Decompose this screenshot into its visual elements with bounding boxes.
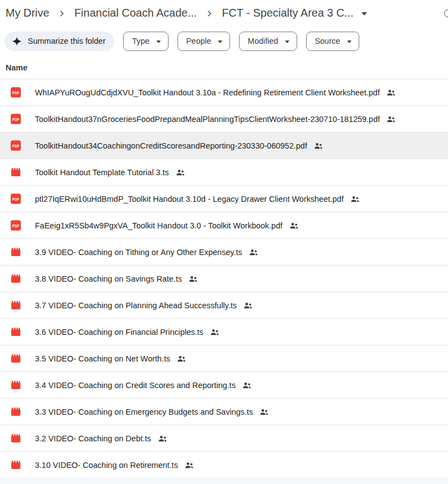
file-name: FaEeig1xR5Sb4w9PgxVA_Toolkit Handout 3.0… — [35, 221, 283, 230]
chevron-right-icon — [57, 8, 67, 19]
file-name: 3.8 VIDEO- Coaching on Savings Rate.ts — [35, 274, 182, 283]
file-row[interactable]: PDF FaEeig1xR5Sb4w9PgxVA_Toolkit Handout… — [0, 212, 448, 239]
shared-people-icon — [350, 194, 360, 203]
cut-off-edge-icon — [444, 9, 448, 17]
svg-text:PDF: PDF — [12, 91, 19, 95]
filter-modified-label: Modified — [248, 37, 278, 45]
file-row[interactable]: PDF WhIAPYuROugUdCdjdXVU_Toolkit Handout… — [0, 79, 448, 106]
filter-type-label: Type — [132, 37, 149, 45]
breadcrumb-item-financial-coach[interactable]: Financial Coach Acade... — [74, 7, 197, 19]
file-name: ToolkitHandout34CoachingonCreditScoresan… — [35, 141, 307, 150]
file-name: Toolkit Handout Template Tutorial 3.ts — [35, 168, 169, 177]
file-list: PDF WhIAPYuROugUdCdjdXVU_Toolkit Handout… — [0, 79, 448, 478]
shared-people-icon — [386, 88, 396, 97]
file-row[interactable]: PDF ptl27IqERwi10uHdBmdP_Toolkit Handout… — [0, 186, 448, 212]
video-file-icon — [10, 166, 22, 178]
svg-text:PDF: PDF — [12, 197, 19, 201]
shared-people-icon — [243, 300, 253, 310]
filter-source-label: Source — [315, 37, 340, 45]
chevron-down-icon — [218, 40, 222, 43]
shared-people-icon — [259, 407, 269, 416]
shared-people-icon — [289, 221, 299, 230]
summarize-folder-button[interactable]: Summarize this folder — [4, 32, 114, 51]
pdf-file-icon: PDF — [10, 140, 22, 151]
filter-source-button[interactable]: Source — [306, 32, 359, 51]
file-row[interactable]: PDF 3.5 VIDEO- Coaching on Net Worth.ts — [0, 345, 448, 372]
file-name: 3.5 VIDEO- Coaching on Net Worth.ts — [35, 354, 170, 363]
breadcrumb-item-current-folder[interactable]: FCT - Specialty Area 3 C... — [222, 7, 354, 19]
summarize-folder-label: Summarize this folder — [28, 37, 105, 45]
file-row[interactable]: PDF 3.10 VIDEO- Coaching on Retirement.t… — [0, 452, 448, 478]
video-file-icon — [10, 299, 22, 311]
folder-menu-caret-icon[interactable] — [362, 12, 367, 16]
name-column-header[interactable]: Name — [0, 63, 448, 79]
breadcrumb: My Drive Financial Coach Acade... FCT - … — [0, 0, 448, 26]
file-row[interactable]: PDF 3.9 VIDEO- Coaching on Tithing or An… — [0, 239, 448, 266]
file-name: 3.9 VIDEO- Coaching on Tithing or Any Ot… — [35, 248, 242, 257]
file-row[interactable]: PDF 3.8 VIDEO- Coaching on Savings Rate.… — [0, 266, 448, 292]
file-name: 3.6 VIDEO- Coaching on Financial Princip… — [35, 328, 203, 337]
file-name: ToolkitHandout37nGroceriesFoodPrepandMea… — [35, 115, 380, 124]
shared-people-icon — [242, 380, 252, 390]
shared-people-icon — [210, 327, 220, 337]
chevron-down-icon — [347, 40, 352, 43]
file-row[interactable]: PDF 3.6 VIDEO- Coaching on Financial Pri… — [0, 319, 448, 345]
chevron-down-icon — [156, 40, 161, 43]
file-name: 3.3 VIDEO- Coaching on Emergency Budgets… — [35, 407, 253, 416]
file-row[interactable]: PDF 3.7 VIDEO- Coaching on Planning Ahea… — [0, 292, 448, 319]
sparkle-icon — [12, 36, 22, 47]
file-row[interactable]: PDF 3.2 VIDEO- Coaching on Debt.ts — [0, 425, 448, 452]
shared-people-icon — [314, 141, 323, 150]
file-row[interactable]: PDF ToolkitHandout34CoachingonCreditScor… — [0, 133, 448, 159]
shared-people-icon — [189, 274, 198, 283]
file-name: ptl27IqERwi10uHdBmdP_Toolkit Handout 3.1… — [35, 195, 344, 203]
chevron-down-icon — [285, 40, 289, 43]
filter-modified-button[interactable]: Modified — [239, 32, 297, 51]
toolbar: Summarize this folder Type People Modifi… — [0, 31, 448, 51]
file-row[interactable]: PDF 3.4 VIDEO- Coaching on Credit Scores… — [0, 372, 448, 399]
video-file-icon — [10, 459, 22, 471]
shared-people-icon — [386, 114, 396, 124]
chevron-right-icon — [204, 8, 215, 19]
pdf-file-icon: PDF — [10, 113, 22, 125]
file-name: 3.10 VIDEO- Coaching on Retirement.ts — [35, 461, 178, 470]
bottom-strip — [0, 477, 448, 484]
filter-people-button[interactable]: People — [177, 32, 230, 51]
svg-text:PDF: PDF — [12, 224, 19, 228]
shared-people-icon — [249, 247, 258, 257]
svg-text:PDF: PDF — [12, 118, 19, 121]
pdf-file-icon: PDF — [10, 220, 22, 231]
file-name: 3.7 VIDEO- Coaching on Planning Ahead Su… — [35, 301, 237, 310]
file-row[interactable]: PDF Toolkit Handout Template Tutorial 3.… — [0, 159, 448, 186]
pdf-file-icon: PDF — [10, 193, 22, 205]
video-file-icon — [10, 246, 22, 258]
video-file-icon — [10, 273, 22, 284]
video-file-icon — [10, 379, 22, 391]
shared-people-icon — [177, 354, 186, 363]
shared-people-icon — [158, 434, 167, 443]
file-row[interactable]: PDF ToolkitHandout37nGroceriesFoodPrepan… — [0, 106, 448, 133]
pdf-file-icon: PDF — [10, 86, 22, 98]
video-file-icon — [10, 353, 22, 364]
file-name: 3.4 VIDEO- Coaching on Credit Scores and… — [35, 381, 236, 390]
file-name: WhIAPYuROugUdCdjdXVU_Toolkit Handout 3.1… — [35, 88, 380, 97]
file-row[interactable]: PDF 3.3 VIDEO- Coaching on Emergency Bud… — [0, 399, 448, 425]
video-file-icon — [10, 326, 22, 338]
video-file-icon — [10, 432, 22, 444]
breadcrumb-item-my-drive[interactable]: My Drive — [6, 7, 49, 19]
filter-people-label: People — [186, 37, 211, 45]
filter-type-button[interactable]: Type — [123, 32, 168, 51]
shared-people-icon — [185, 460, 194, 470]
video-file-icon — [10, 406, 22, 417]
shared-people-icon — [176, 167, 185, 177]
svg-text:PDF: PDF — [12, 144, 19, 148]
file-name: 3.2 VIDEO- Coaching on Debt.ts — [35, 434, 151, 443]
